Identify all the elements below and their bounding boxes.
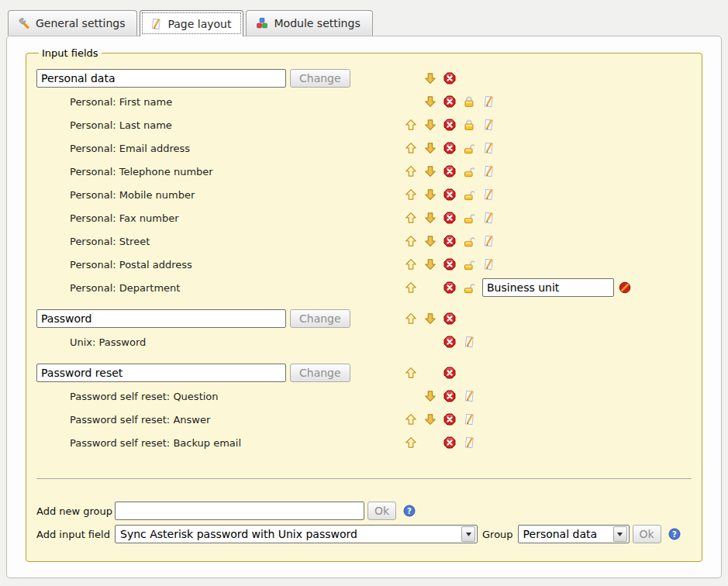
help-icon[interactable]: ?: [668, 528, 681, 540]
move-down-icon[interactable]: [424, 119, 436, 131]
edit-icon[interactable]: [463, 436, 475, 449]
edit-icon[interactable]: [482, 95, 495, 108]
move-up-icon[interactable]: [405, 188, 417, 201]
delete-icon[interactable]: [443, 336, 456, 348]
icon-slot: [424, 390, 443, 402]
unlocked-icon[interactable]: [463, 281, 475, 294]
move-up-icon[interactable]: [405, 165, 417, 178]
row-icons: [405, 330, 482, 353]
move-down-icon[interactable]: [424, 235, 436, 247]
delete-icon[interactable]: [443, 72, 456, 84]
edit-icon[interactable]: [463, 336, 475, 348]
move-down-icon[interactable]: [424, 390, 436, 402]
delete-icon[interactable]: [443, 367, 456, 379]
delete-icon[interactable]: [443, 258, 456, 271]
tab-module-settings[interactable]: Module settings: [246, 10, 372, 36]
icon-slot: [424, 119, 443, 131]
delete-icon[interactable]: [443, 436, 456, 449]
edit-icon[interactable]: [482, 165, 495, 178]
custom-label-input[interactable]: [482, 278, 614, 297]
unlocked-icon[interactable]: [463, 165, 475, 178]
move-up-icon[interactable]: [405, 235, 417, 247]
group-name-input[interactable]: [36, 69, 286, 88]
field-select-value: Sync Asterisk password with Unix passwor…: [116, 528, 460, 540]
move-up-icon[interactable]: [405, 367, 417, 379]
locked-icon[interactable]: [463, 119, 475, 131]
unlocked-icon[interactable]: [463, 258, 475, 271]
move-up-icon[interactable]: [405, 281, 417, 294]
edit-icon[interactable]: [482, 119, 495, 131]
icon-slot: [443, 436, 463, 449]
chevron-down-icon: [461, 526, 475, 542]
deny-icon[interactable]: [619, 281, 631, 294]
field-label: Personal: Email address: [36, 143, 190, 154]
icon-slot: [443, 281, 463, 294]
change-group-button[interactable]: Change: [290, 309, 350, 328]
move-down-icon[interactable]: [424, 95, 436, 108]
delete-icon[interactable]: [443, 413, 456, 426]
group-name-input[interactable]: [36, 309, 286, 328]
move-down-icon[interactable]: [424, 413, 436, 426]
field-row: Password self reset: Question: [36, 384, 692, 408]
add-group-ok-button[interactable]: Ok: [367, 502, 396, 520]
tab-general-settings[interactable]: General settings: [8, 10, 137, 36]
edit-icon[interactable]: [482, 212, 495, 224]
edit-icon[interactable]: [482, 258, 495, 271]
group-select[interactable]: Personal data: [518, 525, 630, 543]
change-group-button[interactable]: Change: [290, 69, 350, 88]
field-label: Personal: Department: [36, 282, 180, 294]
move-down-icon[interactable]: [424, 72, 436, 84]
unlocked-icon[interactable]: [463, 212, 475, 224]
move-up-icon[interactable]: [405, 142, 417, 154]
move-down-icon[interactable]: [424, 165, 436, 178]
delete-icon[interactable]: [443, 188, 456, 201]
move-down-icon[interactable]: [424, 258, 436, 271]
delete-icon[interactable]: [443, 142, 456, 154]
icon-slot: [424, 72, 443, 84]
delete-icon[interactable]: [443, 312, 456, 325]
help-icon[interactable]: ?: [403, 505, 416, 517]
icon-slot: [482, 235, 502, 247]
edit-icon[interactable]: [463, 390, 475, 402]
move-up-icon[interactable]: [405, 212, 417, 224]
tab-page-layout[interactable]: Page layout: [140, 10, 243, 36]
unlocked-icon[interactable]: [463, 142, 475, 154]
locked-icon[interactable]: [463, 95, 475, 108]
delete-icon[interactable]: [443, 95, 456, 108]
move-up-icon[interactable]: [405, 413, 417, 426]
row-icons: [405, 408, 482, 431]
move-up-icon[interactable]: [405, 119, 417, 131]
move-up-icon[interactable]: [405, 312, 417, 325]
move-down-icon[interactable]: [424, 188, 436, 201]
edit-icon[interactable]: [463, 413, 475, 426]
modules-icon: [256, 17, 268, 29]
group-select-label: Group: [482, 529, 513, 540]
edit-icon[interactable]: [482, 188, 495, 201]
move-up-icon[interactable]: [405, 436, 417, 449]
icon-slot: [443, 258, 463, 271]
edit-icon[interactable]: [482, 235, 495, 247]
delete-icon[interactable]: [443, 235, 456, 247]
icon-slot: [482, 119, 502, 131]
icon-slot: [443, 235, 463, 247]
add-field-ok-button[interactable]: Ok: [633, 525, 661, 543]
move-up-icon[interactable]: [405, 258, 417, 271]
change-group-button[interactable]: Change: [290, 364, 350, 382]
row-icons: [405, 67, 463, 90]
move-down-icon[interactable]: [424, 142, 436, 154]
delete-icon[interactable]: [443, 390, 456, 402]
delete-icon[interactable]: [443, 281, 456, 294]
new-group-input[interactable]: [115, 502, 364, 520]
unlocked-icon[interactable]: [463, 235, 475, 247]
field-select[interactable]: Sync Asterisk password with Unix passwor…: [115, 525, 478, 543]
unlocked-icon[interactable]: [463, 188, 475, 201]
divider: [36, 478, 692, 479]
group-name-input[interactable]: [36, 364, 286, 382]
move-down-icon[interactable]: [424, 312, 436, 325]
move-down-icon[interactable]: [424, 212, 436, 224]
delete-icon[interactable]: [443, 165, 456, 178]
delete-icon[interactable]: [443, 119, 456, 131]
edit-icon[interactable]: [482, 142, 495, 154]
row-icons: [405, 431, 482, 454]
delete-icon[interactable]: [443, 212, 456, 224]
